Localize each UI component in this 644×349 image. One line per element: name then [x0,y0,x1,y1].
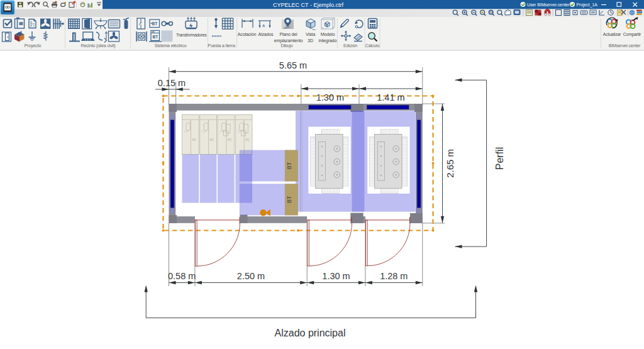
svg-text:1.41 m: 1.41 m [377,92,404,102]
svg-text:0.58 m: 0.58 m [168,271,196,281]
svg-text:Recinto (obra civil): Recinto (obra civil) [81,43,116,48]
svg-text:4C: 4C [227,138,231,141]
svg-text:BT: BT [152,35,158,39]
svg-text:Sistema eléctrico: Sistema eléctrico [155,43,187,48]
svg-text:CYPELEC CT - Ejemplo.ctrf: CYPELEC CT - Ejemplo.ctrf [273,2,343,8]
svg-text:BT: BT [286,196,292,203]
svg-text:Alzados: Alzados [258,32,274,36]
svg-text:1.30 m: 1.30 m [322,271,350,281]
svg-text:Project_1A: Project_1A [577,3,598,8]
svg-text:2.65 m: 2.65 m [445,149,455,178]
svg-text:Puesta a tierra: Puesta a tierra [208,43,235,48]
svg-text:1.30 m: 1.30 m [316,92,344,102]
svg-text:Modelo: Modelo [321,31,335,37]
svg-text:5.65 m: 5.65 m [279,60,307,70]
svg-text:Cálculo: Cálculo [365,43,380,48]
svg-text:1.28 m: 1.28 m [380,271,408,281]
svg-text:4C: 4C [245,138,250,141]
svg-text:Alzado principal: Alzado principal [275,328,346,338]
svg-text:2.50 m: 2.50 m [237,271,265,281]
svg-text:Acotación: Acotación [238,32,257,36]
svg-text:4C: 4C [209,138,214,141]
svg-text:BT: BT [152,21,157,26]
svg-text:integrado: integrado [319,38,337,43]
svg-text:Proyecto: Proyecto [25,43,42,48]
svg-text:Edición: Edición [343,43,357,48]
svg-text:0.15 m: 0.15 m [158,78,186,88]
svg-text:4C: 4C [192,138,196,141]
svg-text:Dibujo: Dibujo [281,43,293,48]
svg-text:Transformadores: Transformadores [176,33,207,37]
svg-text:BT: BT [286,162,292,169]
svg-text:Perfil: Perfil [494,147,505,170]
svg-text:Actualizar: Actualizar [603,32,621,36]
svg-text:User BIMserver.center: User BIMserver.center [527,3,570,7]
svg-text:3D: 3D [308,38,313,43]
svg-text:Vista: Vista [306,31,315,37]
svg-text:A: A [262,24,265,28]
svg-text:BIMserver.center: BIMserver.center [609,43,641,48]
svg-text:Compartir: Compartir [623,32,641,37]
svg-text:Plano del: Plano del [280,32,297,36]
